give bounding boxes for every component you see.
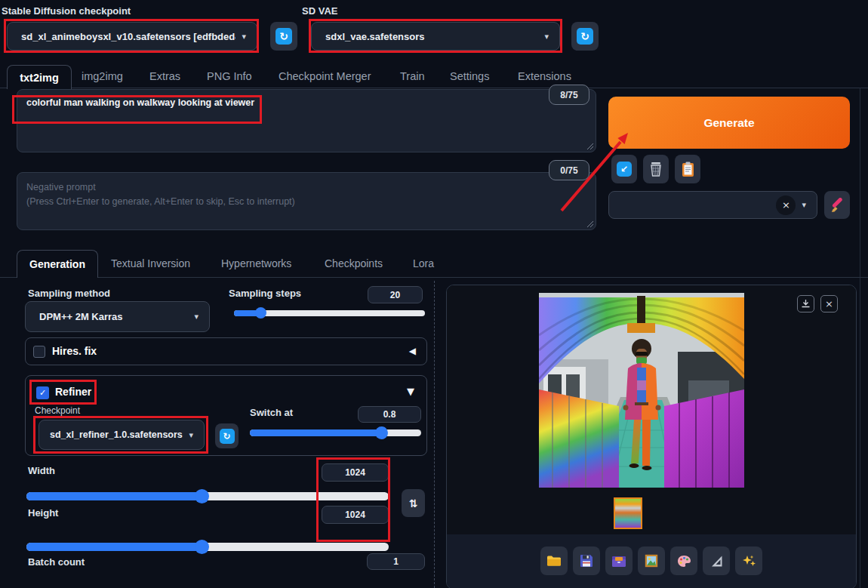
checkpoint-label: Stable Diffusion checkpoint	[2, 5, 131, 17]
width-input[interactable]: 1024	[322, 463, 389, 482]
tab-png-info[interactable]: PNG Info	[207, 70, 252, 82]
send-to-img2img-button[interactable]	[638, 546, 665, 575]
subtab-divider	[0, 277, 868, 278]
send-to-extras-button[interactable]	[703, 546, 730, 575]
sd-webui-app: Stable Diffusion checkpoint sd_xl_animeb…	[0, 0, 868, 588]
prompt-token-counter: 8/75	[549, 85, 589, 105]
refiner-checkbox[interactable]: ✓	[36, 386, 49, 399]
refiner-checkpoint-value: sd_xl_refiner_1.0.safetensors	[50, 429, 183, 440]
paintbrush-icon	[830, 198, 845, 213]
negative-prompt-textarea[interactable]: Negative prompt (Press Ctrl+Enter to gen…	[17, 172, 596, 230]
gallery-thumbnail[interactable]	[614, 497, 642, 529]
gallery-preview-area: ×	[447, 285, 856, 534]
swap-width-height-button[interactable]: ⇅	[402, 489, 425, 517]
clear-styles-icon[interactable]: ×	[776, 195, 796, 215]
trash-icon	[649, 162, 663, 177]
sampling-steps-input[interactable]: 20	[368, 286, 423, 303]
tab-checkpoint-merger[interactable]: Checkpoint Merger	[279, 70, 371, 82]
refiner-refresh-button[interactable]: ↻	[215, 423, 239, 448]
tab-img2img[interactable]: img2img	[82, 70, 123, 82]
checkpoint-dropdown[interactable]: sd_xl_animeboysxl_v10.safetensors [edfbd…	[7, 22, 257, 51]
resize-grip-icon[interactable]	[586, 142, 593, 149]
height-input[interactable]: 1024	[322, 506, 389, 524]
subtab-generation[interactable]: Generation	[17, 250, 98, 278]
switch-at-input[interactable]: 0.8	[358, 406, 421, 423]
clipboard-icon	[682, 162, 694, 177]
negative-placeholder-line2: (Press Ctrl+Enter to generate, Alt+Enter…	[26, 195, 586, 209]
column-resize-handle[interactable]	[434, 281, 435, 588]
collapse-arrow-icon[interactable]: ◀	[409, 346, 416, 356]
hires-fix-label: Hires. fix	[52, 345, 97, 357]
sampling-method-dropdown[interactable]: DPM++ 2M Karras ▾	[25, 301, 210, 332]
refresh-icon: ↻	[577, 28, 593, 45]
vae-label: SD VAE	[302, 5, 337, 17]
sampling-steps-label: Sampling steps	[229, 288, 301, 299]
send-to-inpaint-button[interactable]	[670, 546, 697, 575]
height-slider[interactable]	[26, 543, 389, 551]
tab-train[interactable]: Train	[400, 70, 425, 82]
subtab-textual-inversion[interactable]: Textual Inversion	[111, 257, 190, 269]
generate-button-label: Generate	[703, 116, 754, 130]
chevron-down-icon: ▾	[802, 200, 806, 210]
vae-dropdown[interactable]: sdxl_vae.safetensors ▾	[311, 22, 560, 51]
output-gallery: ×	[446, 285, 857, 588]
save-image-button[interactable]	[573, 546, 600, 575]
width-slider[interactable]	[26, 492, 389, 500]
resize-grip-icon[interactable]	[586, 220, 593, 227]
sampling-method-value: DPM++ 2M Karras	[39, 311, 188, 322]
negative-token-counter: 0/75	[549, 160, 589, 180]
chevron-down-icon: ▾	[544, 32, 549, 42]
sparkles-icon	[742, 554, 756, 568]
refiner-checkpoint-label: Checkpoint	[35, 405, 80, 416]
generated-image-preview[interactable]	[539, 293, 744, 488]
open-output-folder-button[interactable]	[540, 546, 568, 575]
width-label: Width	[28, 465, 55, 476]
slider-handle[interactable]	[375, 426, 388, 439]
close-icon: ×	[825, 298, 833, 309]
styles-dropdown[interactable]: × ▾	[608, 191, 817, 219]
vae-refresh-button[interactable]: ↻	[571, 22, 599, 51]
download-image-button[interactable]	[797, 295, 814, 312]
hires-fix-section[interactable]: Hires. fix ◀	[25, 337, 427, 365]
slider-handle[interactable]	[195, 540, 209, 554]
checkpoint-refresh-button[interactable]: ↻	[270, 22, 297, 51]
tab-extras[interactable]: Extras	[149, 70, 180, 82]
prompt-textarea[interactable]: colorful man walking on walkway looking …	[17, 89, 596, 152]
expand-arrow-icon[interactable]: ▼	[407, 386, 414, 397]
refiner-label: Refiner	[55, 386, 91, 398]
chevron-down-icon: ▾	[242, 32, 246, 42]
slider-handle[interactable]	[255, 307, 266, 319]
tab-txt2img[interactable]: txt2img	[7, 65, 72, 89]
refiner-section: ✓ Refiner ▼ Checkpoint sd_xl_refiner_1.0…	[25, 375, 427, 456]
framed-picture-icon	[645, 554, 658, 568]
batch-count-input[interactable]: 1	[367, 553, 425, 570]
save-zip-button[interactable]	[605, 546, 633, 575]
subtab-checkpoints[interactable]: Checkpoints	[325, 257, 383, 269]
chevron-down-icon: ▾	[189, 430, 193, 440]
hires-fix-checkbox[interactable]	[33, 346, 45, 358]
switch-at-slider[interactable]	[250, 429, 421, 436]
floppy-disk-icon	[580, 554, 593, 568]
refiner-checkpoint-dropdown[interactable]: sd_xl_refiner_1.0.safetensors ▾	[38, 420, 205, 450]
clear-prompt-button[interactable]	[643, 155, 669, 183]
generate-button[interactable]: Generate	[608, 97, 850, 149]
apply-styles-button[interactable]	[675, 155, 700, 183]
subtab-lora[interactable]: Lora	[413, 257, 434, 269]
refresh-icon: ↻	[220, 429, 235, 444]
refresh-icon: ↻	[275, 28, 292, 45]
edit-styles-button[interactable]	[824, 191, 850, 219]
batch-count-label: Batch count	[28, 556, 85, 568]
swap-dimensions-icon: ⇅	[409, 497, 418, 509]
chevron-down-icon: ▾	[194, 312, 199, 322]
close-preview-button[interactable]: ×	[820, 295, 838, 312]
upscale-button[interactable]	[735, 546, 762, 575]
subtab-hypernetworks[interactable]: Hypernetworks	[221, 257, 291, 269]
paste-generation-params-button[interactable]: ↙	[611, 155, 637, 183]
slider-handle[interactable]	[195, 489, 209, 503]
tab-extensions[interactable]: Extensions	[518, 70, 571, 82]
sampling-steps-slider[interactable]	[234, 310, 425, 316]
tab-settings[interactable]: Settings	[450, 70, 489, 82]
height-label: Height	[28, 507, 58, 519]
gallery-footer	[447, 534, 856, 588]
archive-box-icon	[611, 555, 626, 568]
